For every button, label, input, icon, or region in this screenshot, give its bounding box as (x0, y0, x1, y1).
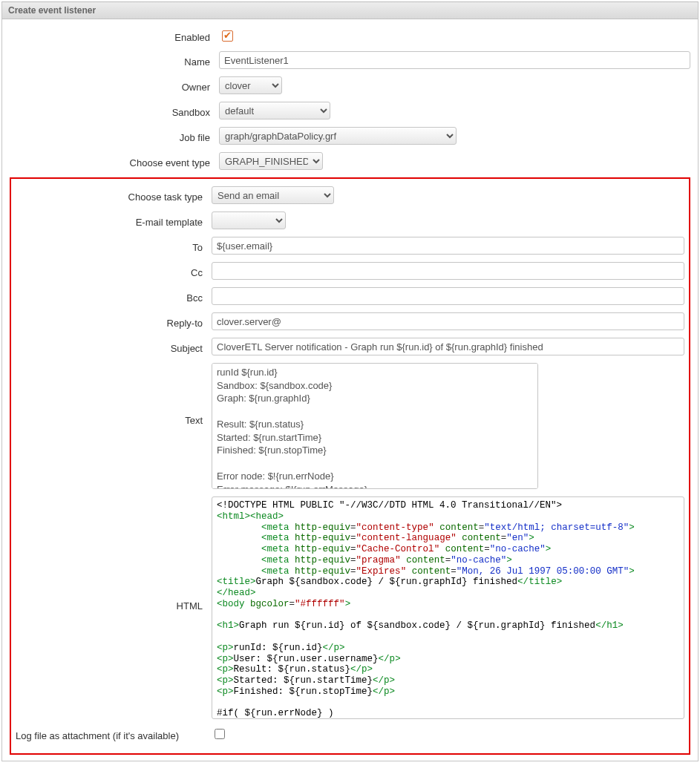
sandbox-label: Sandbox (10, 104, 219, 118)
cc-input[interactable] (212, 262, 684, 280)
to-label: To (16, 239, 212, 253)
panel-title-text: Create event listener (8, 5, 96, 16)
bcc-input[interactable] (212, 287, 684, 305)
replyto-input[interactable] (212, 312, 684, 330)
html-editor[interactable]: <!DOCTYPE HTML PUBLIC "-//W3C//DTD HTML … (212, 496, 684, 719)
tasktype-select[interactable]: Send an email (212, 186, 334, 204)
owner-select[interactable]: clover (219, 76, 282, 94)
task-config-box: Choose task type Send an email E-mail te… (10, 177, 690, 755)
bcc-label: Bcc (16, 289, 212, 304)
enabled-label: Enabled (10, 29, 219, 43)
panel-title: Create event listener (2, 2, 698, 19)
logatt-label: Log file as attachment (if it's availabl… (16, 727, 212, 741)
logatt-checkbox[interactable] (215, 729, 225, 739)
sandbox-select[interactable]: default (219, 102, 330, 119)
tasktype-label: Choose task type (16, 188, 212, 203)
subject-label: Subject (16, 340, 212, 354)
template-label: E-mail template (16, 214, 212, 228)
html-label: HTML (16, 496, 212, 612)
enabled-checkbox[interactable] (222, 30, 233, 42)
template-select[interactable] (212, 212, 286, 229)
jobfile-label: Job file (10, 129, 219, 143)
cc-label: Cc (16, 264, 212, 278)
eventtype-label: Choose event type (10, 154, 219, 168)
subject-input[interactable] (212, 338, 684, 355)
eventtype-select[interactable]: GRAPH_FINISHED (219, 152, 323, 170)
text-textarea[interactable]: runId ${run.id} Sandbox: ${sandbox.code}… (212, 363, 538, 489)
create-event-listener-panel: Create event listener Enabled Name Owner… (1, 1, 699, 761)
owner-label: Owner (10, 79, 219, 93)
jobfile-select[interactable]: graph/graphDataPolicy.grf (219, 127, 457, 145)
name-input[interactable] (219, 51, 690, 69)
replyto-label: Reply-to (16, 315, 212, 329)
name-label: Name (10, 53, 219, 68)
text-label: Text (16, 363, 212, 426)
to-input[interactable] (212, 237, 684, 255)
